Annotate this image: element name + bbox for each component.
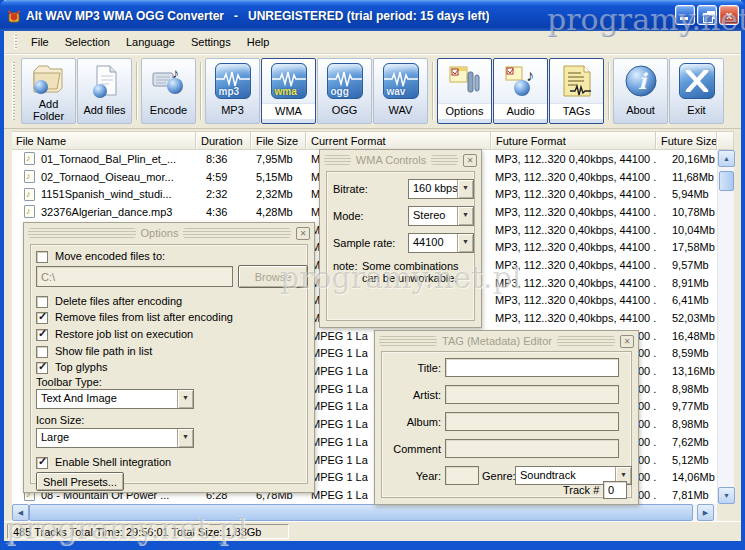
cell-future-size: 9,77Mb	[656, 400, 717, 412]
menu-selection[interactable]: Selection	[57, 33, 118, 51]
wma-controls-dialog: WMA Controls ✕ Bitrate: 160 kbps▼ Mode: …	[319, 149, 482, 328]
track-input[interactable]	[603, 481, 627, 499]
options-close-icon[interactable]: ✕	[296, 227, 310, 240]
toolbar-button-label: Exit	[670, 103, 723, 118]
toolbar-button-add-folder[interactable]: Add Folder	[21, 58, 76, 124]
toolbar-button-wma[interactable]: wma WMA	[261, 58, 316, 124]
column-header-duration[interactable]: Duration	[196, 132, 251, 149]
svg-text:♪: ♪	[172, 65, 179, 81]
toolbar-button-encode[interactable]: ♪ Encode	[141, 58, 196, 124]
toolbar-button-ogg[interactable]: ogg OGG	[317, 58, 372, 124]
chevron-down-icon[interactable]: ▼	[177, 390, 193, 408]
toolbar-button-label: About	[614, 103, 667, 118]
bitrate-select[interactable]: 160 kbps▼	[408, 179, 474, 199]
year-input[interactable]	[445, 466, 479, 485]
toolbar-button-about[interactable]: i About	[613, 58, 668, 124]
mp3-icon: mp3	[215, 63, 251, 99]
cell-future-format: MP3, 112..320 0,40kbps, 44100 ...	[491, 259, 656, 271]
vertical-scroll-thumb[interactable]	[719, 171, 734, 191]
cell-future-size: 17,58Mb	[656, 241, 717, 253]
scroll-right-button[interactable]: ▶	[697, 504, 714, 521]
toolbar-button-add-files[interactable]: Add files	[77, 58, 132, 124]
title-input[interactable]	[445, 358, 619, 377]
shell-presets-button[interactable]: Shell Presets...	[36, 472, 124, 491]
wma-close-icon[interactable]: ✕	[463, 154, 477, 167]
maximize-button[interactable]	[697, 5, 717, 25]
toolbar-button-exit[interactable]: Exit	[669, 58, 724, 124]
about-icon: i	[622, 59, 660, 103]
chevron-down-icon[interactable]: ▼	[177, 429, 193, 447]
chevron-down-icon[interactable]: ▼	[457, 207, 473, 225]
restore-job-checkbox[interactable]	[36, 329, 48, 341]
album-input[interactable]	[445, 412, 619, 431]
delete-files-checkbox[interactable]	[36, 296, 48, 308]
sample-rate-select[interactable]: 44100▼	[408, 233, 474, 253]
horizontal-scrollbar[interactable]: ◀ ▶	[12, 504, 717, 521]
close-button[interactable]: x	[719, 5, 739, 25]
cell-future-size: 20,16Mb	[656, 153, 717, 165]
toolbar-type-select[interactable]: Text And Image▼	[36, 389, 194, 409]
title-bar[interactable]: Alt WAV MP3 WMA OGG Converter - UNREGIST…	[0, 0, 745, 31]
show-path-checkbox[interactable]	[36, 346, 48, 358]
cell-future-size: 7,62Mb	[656, 436, 717, 448]
tag-close-icon[interactable]: ✕	[620, 335, 634, 348]
horizontal-scroll-thumb[interactable]	[29, 504, 693, 521]
toolbar-button-label: Add Folder	[22, 97, 75, 124]
options-dialog: Options ✕ Move encoded files to: Browse …	[23, 222, 315, 493]
cell-future-size: 16,48Mb	[656, 330, 717, 342]
table-header: File Name Duration File Size Current For…	[12, 131, 734, 150]
column-header-current-format[interactable]: Current Format	[306, 132, 491, 149]
cell-future-size: 8,59Mb	[656, 347, 717, 359]
chevron-down-icon[interactable]: ▼	[457, 234, 473, 252]
toolbar-button-options[interactable]: Options	[437, 58, 492, 124]
menu-language[interactable]: Language	[118, 33, 183, 51]
menu-gripper[interactable]	[14, 35, 17, 49]
audio-icon: ♪	[502, 59, 540, 103]
chevron-down-icon[interactable]: ▼	[457, 180, 473, 198]
toolbar-button-tags[interactable]: TAGs	[549, 58, 604, 124]
browse-button[interactable]: Browse	[238, 265, 308, 288]
menu-settings[interactable]: Settings	[183, 33, 239, 51]
column-header-future-size[interactable]: Future Size	[656, 132, 717, 149]
scroll-left-button[interactable]: ◀	[12, 504, 29, 521]
delete-files-label: Delete files after encoding	[55, 295, 182, 307]
title-grip	[379, 336, 437, 346]
cell-future-size: 5,12Mb	[656, 454, 717, 466]
column-header-file-name[interactable]: File Name	[12, 132, 196, 149]
scroll-down-button[interactable]: ▼	[718, 487, 735, 504]
remove-files-checkbox[interactable]	[36, 312, 48, 324]
cell-future-format: MP3, 112..320 0,40kbps, 44100 ...	[491, 206, 656, 218]
cell-future-format: MP3, 112..320 0,40kbps, 44100 ...	[491, 294, 656, 306]
title-grip	[324, 155, 351, 165]
move-encoded-checkbox[interactable]	[36, 251, 48, 263]
move-path-input[interactable]	[36, 266, 233, 287]
toolbar-gripper[interactable]	[12, 62, 15, 120]
top-glyphs-checkbox[interactable]	[36, 362, 48, 374]
cell-file-name: 1151Spanish_wind_studi...	[41, 188, 172, 200]
vertical-scrollbar[interactable]: ▲ ▼	[717, 150, 734, 504]
shell-integration-checkbox[interactable]	[36, 457, 48, 469]
column-header-file-size[interactable]: File Size	[251, 132, 306, 149]
track-field-label: Track #	[563, 484, 599, 496]
column-header-future-format[interactable]: Future Format	[491, 132, 656, 149]
comment-input[interactable]	[445, 439, 619, 458]
minimize-button[interactable]	[675, 5, 695, 25]
tag-dialog-titlebar[interactable]: TAG (Metadata) Editor ✕	[375, 331, 638, 348]
toolbar-button-audio[interactable]: ♪ Audio	[493, 58, 548, 124]
menu-file[interactable]: File	[23, 33, 57, 51]
cell-duration: 8:36	[196, 153, 251, 165]
options-dialog-titlebar[interactable]: Options ✕	[24, 223, 314, 240]
toolbar-button-mp3[interactable]: mp3 MP3	[205, 58, 260, 124]
menu-bar: File Selection Language Settings Help	[4, 31, 741, 54]
mode-select[interactable]: Stereo▼	[408, 206, 474, 226]
icon-size-select[interactable]: Large▼	[36, 428, 194, 448]
restore-job-label: Restore job list on execution	[55, 328, 193, 340]
scroll-up-button[interactable]: ▲	[718, 150, 735, 167]
artist-input[interactable]	[445, 385, 619, 404]
cell-future-size: 13,16Mb	[656, 365, 717, 377]
dialog-title: Options	[141, 227, 179, 239]
toolbar-button-wav[interactable]: wav WAV	[373, 58, 428, 124]
menu-help[interactable]: Help	[239, 33, 278, 51]
wma-dialog-titlebar[interactable]: WMA Controls ✕	[320, 150, 481, 167]
add-folder-icon	[30, 59, 68, 97]
